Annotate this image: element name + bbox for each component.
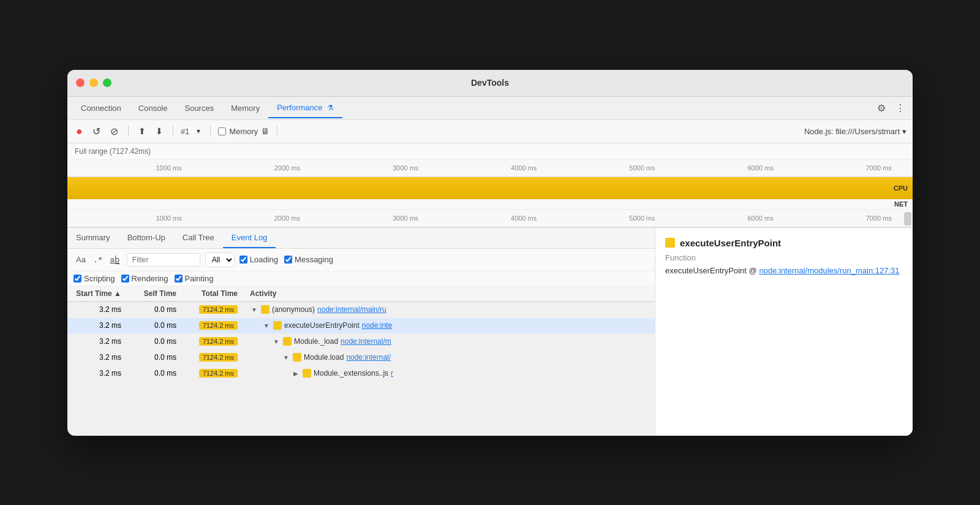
- node-profile-text: Node.js: file:///Users/stmart: [804, 127, 900, 136]
- memory-label[interactable]: Memory: [229, 127, 258, 136]
- cpu-band[interactable]: CPU: [67, 177, 913, 199]
- col-total-header[interactable]: Total Time: [184, 289, 245, 298]
- minimize-button[interactable]: [89, 78, 98, 87]
- col-activity-header[interactable]: Activity: [245, 289, 655, 298]
- row4-func-icon: [303, 369, 311, 378]
- tab-bottom-up[interactable]: Bottom-Up: [119, 228, 174, 248]
- memory-icon: 🖥: [261, 126, 270, 136]
- table-row[interactable]: 3.2 ms 0.0 ms 7124.2 ms ▼ executeUserEnt…: [67, 318, 655, 334]
- right-panel-title-row: executeUserEntryPoint: [665, 238, 903, 248]
- tab-event-log[interactable]: Event Log: [223, 228, 276, 248]
- toolbar: ● ↺ ⊘ ⬆ ⬇ #1 ▾ Memory 🖥 Node.js: file://…: [67, 120, 913, 143]
- divider4: [277, 126, 277, 137]
- left-panel: Summary Bottom-Up Call Tree Event Log Aa…: [67, 228, 655, 436]
- more-button[interactable]: ⋮: [893, 100, 908, 116]
- filter-all-select[interactable]: All: [205, 252, 235, 267]
- filter-aa-button[interactable]: Aa: [74, 254, 88, 265]
- memory-checkbox[interactable]: [218, 127, 226, 135]
- filter-checks-row1: Loading Messaging: [239, 255, 333, 264]
- filter-bar-row2: Scripting Rendering Painting: [67, 271, 655, 286]
- row4-activity: ▶ Module._extensions..js r: [245, 369, 655, 378]
- row0-func-link[interactable]: node:internal/main/ru: [317, 305, 386, 314]
- right-panel: executeUserEntryPoint Function executeUs…: [655, 228, 913, 436]
- settings-button[interactable]: ⚙: [875, 100, 888, 116]
- tab-sources[interactable]: Sources: [176, 99, 222, 118]
- row3-expand[interactable]: ▼: [282, 354, 290, 361]
- ruler2-mark-7000: 7000 ms: [866, 215, 892, 222]
- tab-connection[interactable]: Connection: [72, 99, 130, 118]
- ruler2-mark-4000: 4000 ms: [511, 215, 537, 222]
- bottom-section: Summary Bottom-Up Call Tree Event Log Aa…: [67, 227, 913, 436]
- col-self-header[interactable]: Self Time: [129, 289, 184, 298]
- col-start-header[interactable]: Start Time ▲: [67, 289, 129, 298]
- row4-expand[interactable]: ▶: [292, 370, 300, 377]
- row3-self: 0.0 ms: [129, 353, 184, 362]
- table-row[interactable]: 3.2 ms 0.0 ms 7124.2 ms ▼ Module._load n…: [67, 334, 655, 350]
- row0-expand[interactable]: ▼: [250, 306, 258, 313]
- record-button[interactable]: ●: [74, 124, 85, 139]
- right-panel-type: Function: [665, 253, 903, 262]
- profile-label: #1: [181, 127, 189, 136]
- row2-func-icon: [283, 337, 292, 346]
- row2-expand[interactable]: ▼: [272, 338, 281, 345]
- ruler-mark-3000: 3000 ms: [393, 164, 418, 172]
- cpu-label: CPU: [894, 184, 908, 192]
- devtools-window: DevTools Connection Console Sources Memo…: [67, 70, 913, 436]
- profile-dropdown[interactable]: ▾: [194, 126, 203, 137]
- row2-func-name: Module._load: [294, 337, 338, 346]
- tab-performance[interactable]: Performance ⚗: [268, 98, 342, 118]
- row3-func-name: Module.load: [304, 353, 344, 362]
- filter-input[interactable]: [127, 253, 200, 267]
- row0-total: 7124.2 ms: [184, 305, 245, 314]
- tab-bar: Connection Console Sources Memory Perfor…: [67, 97, 913, 120]
- rendering-check[interactable]: Rendering: [121, 274, 168, 283]
- close-button[interactable]: [76, 78, 85, 87]
- right-panel-func-name: executeUserEntryPoint: [680, 238, 781, 248]
- tab-memory[interactable]: Memory: [222, 99, 268, 118]
- filter-regex-button[interactable]: .*: [91, 254, 105, 265]
- divider2: [173, 126, 173, 137]
- table-row[interactable]: 3.2 ms 0.0 ms 7124.2 ms ▼ Module.load no…: [67, 350, 655, 366]
- tab-summary[interactable]: Summary: [67, 228, 119, 248]
- row1-func-icon: [273, 321, 282, 330]
- table-header: Start Time ▲ Self Time Total Time Activi…: [67, 286, 655, 302]
- reload-button[interactable]: ↺: [90, 124, 103, 139]
- tab-console[interactable]: Console: [130, 99, 176, 118]
- divider1: [128, 126, 129, 137]
- row1-total-badge: 7124.2 ms: [199, 321, 238, 330]
- timeline-header: Full range (7127.42ms): [67, 143, 913, 160]
- node-profile-select[interactable]: Node.js: file:///Users/stmart ▾: [804, 127, 907, 136]
- row3-func-link[interactable]: node:internal/: [346, 353, 391, 362]
- row2-func-link[interactable]: node:internal/m: [341, 337, 391, 346]
- right-panel-link[interactable]: node:internal/modules/run_main:127:31: [759, 266, 899, 275]
- maximize-button[interactable]: [103, 78, 111, 87]
- row1-activity: ▼ executeUserEntryPoint node:inte: [245, 321, 655, 330]
- row0-start: 3.2 ms: [67, 305, 129, 314]
- table-row[interactable]: 3.2 ms 0.0 ms 7124.2 ms ▶ Module._extens…: [67, 366, 655, 382]
- scripting-check[interactable]: Scripting: [74, 274, 115, 283]
- right-panel-func-icon: [665, 238, 675, 248]
- download-button[interactable]: ⬇: [153, 125, 165, 137]
- divider3: [210, 126, 211, 137]
- clear-button[interactable]: ⊘: [108, 124, 121, 139]
- memory-checkbox-container: Memory 🖥: [218, 126, 270, 136]
- row0-activity: ▼ (anonymous) node:internal/main/ru: [245, 305, 655, 314]
- row4-func-link[interactable]: r: [391, 369, 393, 378]
- painting-check[interactable]: Painting: [175, 274, 214, 283]
- tab-call-tree[interactable]: Call Tree: [174, 228, 223, 248]
- loading-check[interactable]: Loading: [239, 255, 278, 264]
- messaging-check[interactable]: Messaging: [284, 255, 333, 264]
- scrollbar-handle[interactable]: [904, 212, 911, 226]
- filter-ab-button[interactable]: ab̲: [108, 254, 122, 265]
- ruler-mark-1000: 1000 ms: [156, 164, 181, 172]
- row4-func-name: Module._extensions..js: [314, 369, 388, 378]
- row3-total: 7124.2 ms: [184, 353, 245, 362]
- table-row[interactable]: 3.2 ms 0.0 ms 7124.2 ms ▼ (anonymous) no…: [67, 302, 655, 318]
- row1-expand[interactable]: ▼: [262, 322, 271, 329]
- row0-total-badge: 7124.2 ms: [199, 305, 238, 314]
- row1-func-link[interactable]: node:inte: [362, 321, 392, 330]
- row3-start: 3.2 ms: [67, 353, 129, 362]
- upload-button[interactable]: ⬆: [136, 125, 148, 137]
- row4-start: 3.2 ms: [67, 369, 129, 378]
- node-dropdown-icon: ▾: [902, 127, 907, 136]
